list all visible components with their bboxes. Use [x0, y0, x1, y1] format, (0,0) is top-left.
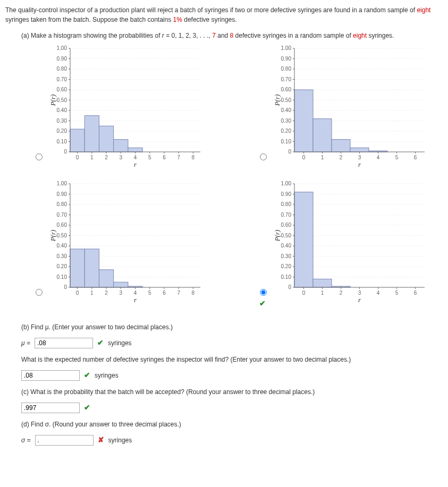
svg-text:0.90: 0.90 [57, 191, 67, 197]
svg-text:r: r [358, 296, 361, 303]
svg-text:4: 4 [377, 155, 380, 160]
radio-option-3[interactable] [36, 289, 43, 296]
intro-text: The quality-control inspector of a produ… [5, 5, 443, 24]
intro-c: defective syringes. [182, 16, 237, 23]
svg-text:0.50: 0.50 [281, 97, 292, 103]
svg-text:4: 4 [377, 290, 380, 296]
svg-text:0.60: 0.60 [57, 222, 67, 228]
radio-option-1[interactable] [36, 153, 43, 160]
pa-c: and [216, 32, 230, 39]
svg-rect-130 [114, 282, 128, 287]
charts-row-2: 00.100.200.300.400.500.600.700.800.901.0… [32, 181, 443, 309]
expected-input[interactable] [21, 370, 80, 381]
part-a-text: (a) Make a histogram showing the probabi… [21, 31, 443, 40]
svg-text:0.90: 0.90 [57, 56, 67, 62]
svg-text:6: 6 [163, 290, 166, 296]
svg-text:1: 1 [321, 290, 324, 296]
svg-text:1.00: 1.00 [57, 181, 67, 186]
svg-text:0.20: 0.20 [57, 128, 67, 134]
pa-d: defective syringes in a random sample of [233, 32, 353, 39]
svg-text:0: 0 [288, 149, 291, 155]
svg-text:0.80: 0.80 [57, 66, 67, 72]
svg-text:3: 3 [358, 155, 361, 160]
svg-text:0.50: 0.50 [57, 97, 67, 103]
svg-text:8: 8 [192, 290, 195, 296]
svg-text:P(r): P(r) [49, 95, 57, 107]
svg-text:0: 0 [76, 290, 79, 296]
svg-text:1: 1 [90, 290, 94, 296]
svg-text:0.30: 0.30 [281, 118, 292, 124]
svg-text:0.30: 0.30 [281, 253, 292, 259]
sigma-input[interactable] [35, 435, 94, 446]
prob-input[interactable] [21, 403, 80, 413]
svg-text:8: 8 [192, 155, 195, 160]
svg-text:0: 0 [76, 155, 79, 160]
svg-text:0.20: 0.20 [57, 263, 67, 269]
svg-rect-15 [128, 148, 142, 152]
svg-rect-187 [294, 192, 313, 287]
svg-text:2: 2 [340, 290, 343, 296]
svg-text:0: 0 [302, 290, 306, 296]
svg-text:6: 6 [414, 290, 417, 296]
check-icon: ✔ [84, 370, 90, 381]
svg-rect-12 [84, 116, 99, 152]
chart-4: 00.100.200.300.400.500.600.700.800.901.0… [273, 181, 427, 303]
svg-rect-129 [99, 270, 113, 287]
svg-rect-73 [332, 140, 350, 152]
chart-1: 00.100.200.300.400.500.600.700.800.901.0… [49, 46, 203, 168]
svg-text:0.70: 0.70 [57, 212, 67, 218]
svg-text:1: 1 [321, 155, 324, 160]
svg-text:0: 0 [64, 149, 67, 155]
mu-input[interactable] [35, 338, 93, 348]
svg-text:0.80: 0.80 [57, 201, 67, 207]
part-c-q: (c) What is the probability that the bat… [21, 387, 443, 397]
pa-e8: eight [353, 32, 367, 39]
pa-b: = 0, 1, 2, 3, . . ., [164, 32, 212, 39]
svg-text:0.30: 0.30 [57, 253, 67, 259]
sigma-prefix: σ = [21, 435, 31, 445]
svg-text:0: 0 [288, 284, 291, 290]
svg-rect-11 [70, 129, 84, 152]
expected-unit: syringes [95, 371, 119, 380]
svg-rect-74 [350, 148, 369, 152]
svg-text:0.20: 0.20 [281, 263, 292, 269]
svg-text:5: 5 [148, 290, 151, 296]
svg-text:r: r [134, 160, 137, 168]
check-icon: ✔ [97, 337, 104, 348]
chart-2: 00.100.200.300.400.500.600.700.800.901.0… [273, 46, 427, 168]
mu-answer-row: μ = ✔ syringes [21, 337, 443, 348]
svg-rect-127 [70, 249, 84, 287]
svg-rect-72 [313, 119, 332, 152]
svg-rect-13 [99, 126, 113, 152]
svg-text:6: 6 [163, 155, 166, 160]
mu-prefix: μ = [21, 338, 30, 348]
svg-text:7: 7 [177, 290, 180, 296]
svg-text:0.70: 0.70 [281, 212, 292, 218]
charts-row-1: 00.100.200.300.400.500.600.700.800.901.0… [32, 46, 443, 168]
svg-text:3: 3 [119, 290, 122, 296]
pa-a: (a) Make a histogram showing the probabi… [21, 32, 162, 39]
svg-text:0: 0 [64, 284, 67, 290]
radio-option-2[interactable] [260, 153, 267, 160]
svg-text:0.60: 0.60 [281, 87, 292, 92]
svg-text:0.20: 0.20 [281, 128, 292, 134]
svg-text:4: 4 [134, 290, 137, 296]
check-icon: ✔ [259, 298, 266, 309]
intro-a: The quality-control inspector of a produ… [5, 6, 417, 14]
svg-rect-128 [84, 249, 99, 287]
svg-text:1: 1 [90, 155, 94, 160]
intro-1pct: 1% [173, 16, 182, 23]
svg-text:0.40: 0.40 [57, 243, 67, 249]
check-icon: ✔ [84, 402, 90, 413]
svg-text:0.10: 0.10 [281, 139, 292, 144]
prob-answer-row: ✔ [21, 402, 443, 413]
svg-text:0.60: 0.60 [281, 222, 292, 228]
svg-text:3: 3 [119, 155, 122, 160]
svg-text:0.60: 0.60 [57, 87, 67, 92]
svg-text:3: 3 [358, 290, 361, 296]
svg-text:0.70: 0.70 [57, 76, 67, 82]
svg-text:0.90: 0.90 [281, 191, 292, 197]
svg-text:1.00: 1.00 [281, 181, 292, 186]
radio-option-4[interactable] [260, 289, 267, 296]
pa-7: 7 [212, 32, 216, 39]
